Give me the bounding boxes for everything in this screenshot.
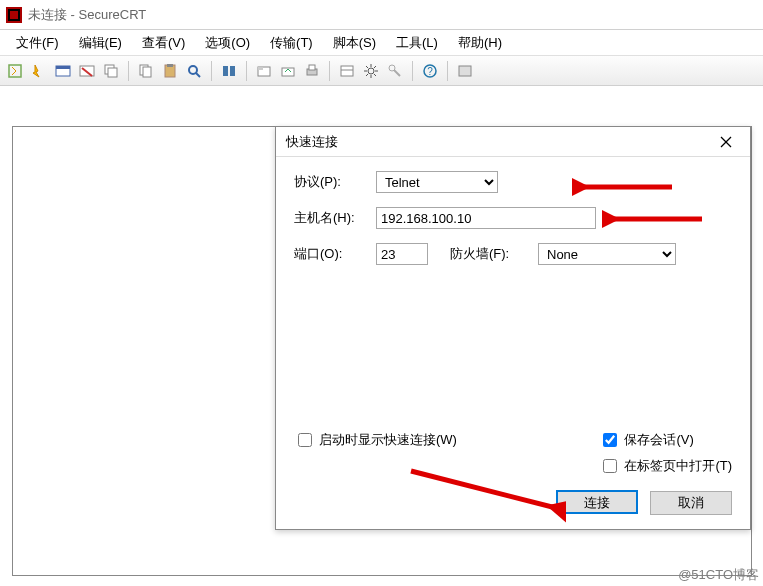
menu-script[interactable]: 脚本(S) xyxy=(323,31,386,55)
tb-transfer-icon[interactable] xyxy=(277,60,299,82)
menu-bar: 文件(F) 编辑(E) 查看(V) 选项(O) 传输(T) 脚本(S) 工具(L… xyxy=(0,30,763,56)
open-tab-check[interactable] xyxy=(603,459,617,473)
tb-connect-icon[interactable] xyxy=(52,60,74,82)
svg-point-24 xyxy=(368,68,374,74)
host-label: 主机名(H): xyxy=(294,209,376,227)
tb-key-icon[interactable] xyxy=(384,60,406,82)
open-tab-checkbox[interactable]: 在标签页中打开(T) xyxy=(599,456,732,476)
toolbar-separator xyxy=(412,61,413,81)
svg-line-32 xyxy=(374,66,376,68)
svg-rect-12 xyxy=(167,64,173,67)
show-quick-checkbox[interactable]: 启动时显示快速连接(W) xyxy=(294,430,457,450)
tb-quickconnect-icon[interactable] xyxy=(28,60,50,82)
tb-find-icon[interactable] xyxy=(183,60,205,82)
tb-copy-icon[interactable] xyxy=(135,60,157,82)
dialog-body: 协议(P): Telnet 主机名(H): 端口(O): 防火墙(F): Non… xyxy=(276,157,750,293)
show-quick-check[interactable] xyxy=(298,433,312,447)
toolbar-separator xyxy=(128,61,129,81)
svg-rect-18 xyxy=(258,67,263,70)
menu-file[interactable]: 文件(F) xyxy=(6,31,69,55)
save-session-checkbox[interactable]: 保存会话(V) xyxy=(599,430,732,450)
cancel-button[interactable]: 取消 xyxy=(650,491,732,515)
menu-options[interactable]: 选项(O) xyxy=(195,31,260,55)
close-button[interactable] xyxy=(712,131,740,153)
toolbar-separator xyxy=(246,61,247,81)
svg-rect-22 xyxy=(341,66,353,76)
svg-rect-37 xyxy=(459,66,471,76)
title-bar: 未连接 - SecureCRT xyxy=(0,0,763,30)
svg-point-13 xyxy=(189,66,197,74)
save-session-check[interactable] xyxy=(603,433,617,447)
svg-line-29 xyxy=(366,66,368,68)
tb-session-icon[interactable] xyxy=(100,60,122,82)
dialog-titlebar: 快速连接 xyxy=(276,127,750,157)
port-label: 端口(O): xyxy=(294,245,376,263)
tb-settings-icon[interactable] xyxy=(360,60,382,82)
close-icon xyxy=(720,136,732,148)
svg-rect-8 xyxy=(108,68,117,77)
dialog-title: 快速连接 xyxy=(286,133,338,151)
svg-rect-16 xyxy=(230,66,235,76)
tb-print-icon[interactable] xyxy=(301,60,323,82)
host-input[interactable] xyxy=(376,207,596,229)
menu-view[interactable]: 查看(V) xyxy=(132,31,195,55)
svg-rect-4 xyxy=(56,66,70,69)
svg-line-14 xyxy=(196,73,200,77)
svg-line-30 xyxy=(374,74,376,76)
protocol-select[interactable]: Telnet xyxy=(376,171,498,193)
quick-connect-dialog: 快速连接 协议(P): Telnet 主机名(H): 端口(O): 防火墙(F)… xyxy=(275,126,751,530)
tb-sessions-icon[interactable] xyxy=(218,60,240,82)
open-tab-label: 在标签页中打开(T) xyxy=(624,457,732,475)
svg-rect-15 xyxy=(223,66,228,76)
svg-rect-10 xyxy=(143,67,151,77)
firewall-select[interactable]: None xyxy=(538,243,676,265)
dialog-footer: 启动时显示快速连接(W) 保存会话(V) 在标签页中打开(T) 连接 取消 xyxy=(276,430,750,515)
tb-disconnect-icon[interactable] xyxy=(76,60,98,82)
firewall-label: 防火墙(F): xyxy=(450,245,532,263)
toolbar: ? xyxy=(0,56,763,86)
svg-rect-21 xyxy=(309,65,315,70)
tb-options-icon[interactable] xyxy=(336,60,358,82)
connect-button[interactable]: 连接 xyxy=(556,490,638,514)
menu-edit[interactable]: 编辑(E) xyxy=(69,31,132,55)
svg-rect-1 xyxy=(10,11,18,19)
watermark: @51CTO博客 xyxy=(678,566,759,584)
svg-line-31 xyxy=(366,74,368,76)
menu-tools[interactable]: 工具(L) xyxy=(386,31,448,55)
toolbar-separator xyxy=(211,61,212,81)
svg-line-34 xyxy=(394,70,400,76)
svg-rect-2 xyxy=(9,65,21,77)
tb-newtab-icon[interactable] xyxy=(253,60,275,82)
protocol-label: 协议(P): xyxy=(294,173,376,191)
menu-transfer[interactable]: 传输(T) xyxy=(260,31,323,55)
tb-about-icon[interactable] xyxy=(454,60,476,82)
toolbar-separator xyxy=(329,61,330,81)
window-title: 未连接 - SecureCRT xyxy=(28,6,146,24)
save-session-label: 保存会话(V) xyxy=(624,431,693,449)
port-input[interactable] xyxy=(376,243,428,265)
menu-help[interactable]: 帮助(H) xyxy=(448,31,512,55)
tb-paste-icon[interactable] xyxy=(159,60,181,82)
svg-text:?: ? xyxy=(427,66,433,77)
tb-reconnect-icon[interactable] xyxy=(4,60,26,82)
app-icon xyxy=(6,7,22,23)
tb-help-icon[interactable]: ? xyxy=(419,60,441,82)
show-quick-label: 启动时显示快速连接(W) xyxy=(319,431,457,449)
toolbar-separator xyxy=(447,61,448,81)
